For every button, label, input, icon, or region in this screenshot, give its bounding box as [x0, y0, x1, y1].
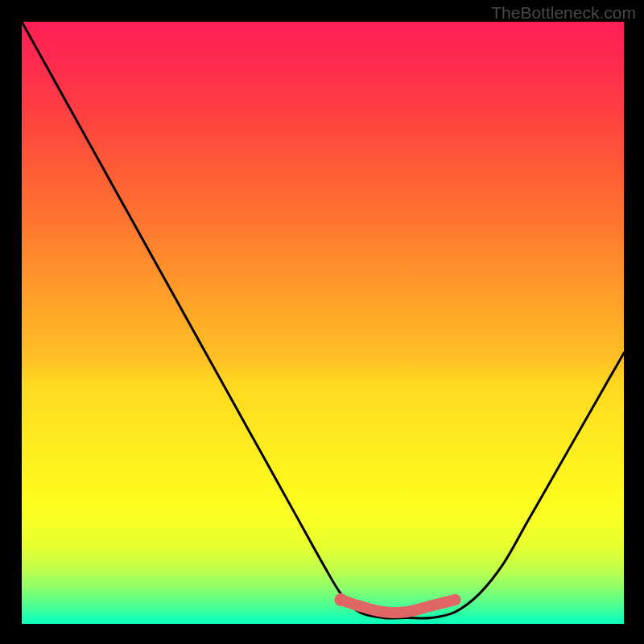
bottleneck-curve — [22, 22, 624, 618]
highlight-start-dot — [334, 593, 347, 606]
highlight-band — [341, 600, 455, 613]
chart-plot-area — [22, 22, 624, 624]
watermark-text: TheBottleneck.com — [491, 3, 636, 23]
chart-svg — [22, 22, 624, 624]
